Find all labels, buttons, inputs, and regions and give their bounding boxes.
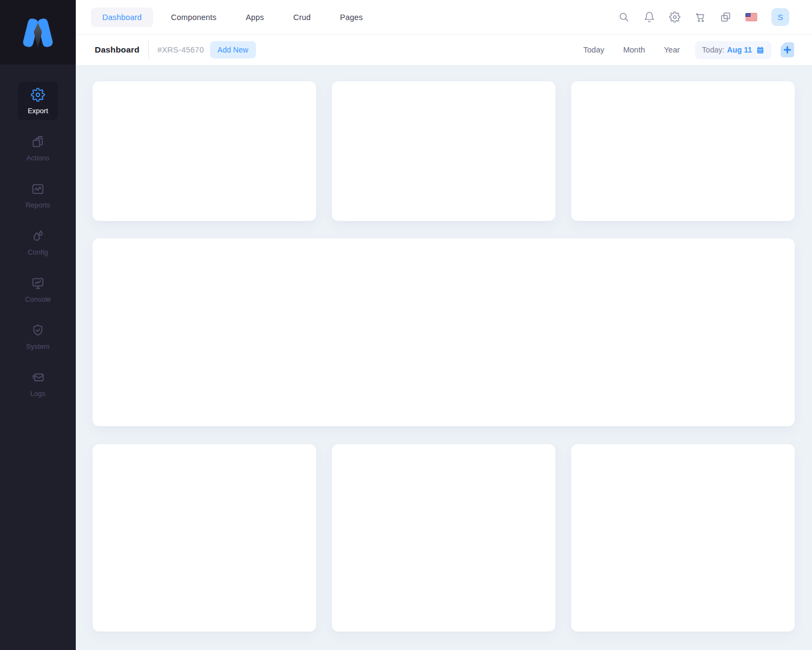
gear-icon bbox=[31, 88, 45, 102]
subheader-right: Today Month Year Today: Aug 11 bbox=[565, 41, 795, 59]
card-row-3 bbox=[93, 444, 795, 632]
filter-year[interactable]: Year bbox=[664, 46, 680, 54]
date-prefix: Today: bbox=[702, 46, 724, 54]
sidebar-item-label: Console bbox=[25, 295, 51, 303]
shield-check-icon bbox=[31, 323, 45, 337]
card bbox=[571, 444, 795, 632]
sidebar-item-label: Actions bbox=[27, 154, 50, 162]
subheader: Dashboard #XRS-45670 Add New Today Month… bbox=[76, 35, 812, 65]
sidebar-item-label: Export bbox=[28, 107, 48, 115]
subheader-left: Dashboard #XRS-45670 Add New bbox=[95, 41, 256, 59]
divider bbox=[148, 41, 149, 59]
sidebar-item-logs[interactable]: Logs bbox=[18, 365, 58, 403]
filter-month[interactable]: Month bbox=[623, 46, 645, 54]
droplets-icon bbox=[31, 229, 45, 243]
cart-icon[interactable] bbox=[695, 11, 706, 23]
bell-icon[interactable] bbox=[644, 11, 655, 23]
send-mail-icon bbox=[31, 370, 45, 385]
sidebar-item-label: Reports bbox=[25, 201, 50, 209]
topbar-actions: S bbox=[618, 8, 789, 26]
tab-crud[interactable]: Crud bbox=[282, 8, 322, 27]
sidebar: Export Actions Reports Config bbox=[0, 0, 76, 650]
content-area bbox=[76, 65, 812, 650]
sidebar-item-label: System bbox=[26, 342, 49, 350]
filter-today[interactable]: Today bbox=[584, 46, 605, 54]
card-row-1 bbox=[93, 81, 795, 221]
card bbox=[571, 81, 795, 221]
logo-container[interactable] bbox=[0, 0, 76, 64]
page-title: Dashboard bbox=[95, 45, 140, 55]
tab-dashboard[interactable]: Dashboard bbox=[91, 8, 153, 27]
new-file-plus-icon bbox=[780, 42, 795, 58]
main-column: Dashboard Components Apps Crud Pages bbox=[76, 0, 812, 650]
add-new-button[interactable]: Add New bbox=[210, 41, 256, 58]
card-wide bbox=[93, 238, 795, 426]
monitor-chart-icon bbox=[31, 276, 45, 290]
card bbox=[332, 81, 555, 221]
us-flag-icon[interactable] bbox=[745, 13, 757, 21]
card-row-2 bbox=[93, 238, 795, 426]
card bbox=[93, 81, 316, 221]
card bbox=[93, 444, 316, 632]
reference-code: #XRS-45670 bbox=[158, 46, 204, 54]
gear-icon[interactable] bbox=[669, 11, 680, 23]
sidebar-item-console[interactable]: Console bbox=[18, 270, 58, 309]
card bbox=[332, 444, 555, 632]
app-logo-icon bbox=[17, 16, 59, 49]
tab-components[interactable]: Components bbox=[160, 8, 228, 27]
copy-stack-icon bbox=[31, 135, 45, 149]
copy-windows-icon[interactable] bbox=[720, 11, 731, 23]
avatar[interactable]: S bbox=[771, 8, 789, 26]
chart-box-icon bbox=[31, 182, 45, 196]
date-value: Aug 11 bbox=[727, 46, 752, 54]
sidebar-item-config[interactable]: Config bbox=[18, 223, 58, 262]
topbar: Dashboard Components Apps Crud Pages bbox=[76, 0, 812, 35]
sidebar-item-label: Config bbox=[28, 248, 48, 256]
sidebar-item-label: Logs bbox=[30, 389, 45, 398]
sidebar-item-reports[interactable]: Reports bbox=[18, 176, 58, 214]
calendar-icon bbox=[756, 46, 764, 54]
sidebar-nav: Export Actions Reports Config bbox=[0, 64, 76, 412]
tab-apps[interactable]: Apps bbox=[234, 8, 276, 27]
top-nav: Dashboard Components Apps Crud Pages bbox=[91, 8, 374, 27]
new-file-button[interactable] bbox=[780, 42, 795, 58]
sidebar-item-export[interactable]: Export bbox=[18, 82, 58, 120]
tab-pages[interactable]: Pages bbox=[329, 8, 374, 27]
sidebar-item-actions[interactable]: Actions bbox=[18, 129, 58, 167]
sidebar-item-system[interactable]: System bbox=[18, 317, 58, 356]
search-icon[interactable] bbox=[618, 11, 630, 23]
date-picker-button[interactable]: Today: Aug 11 bbox=[695, 41, 771, 59]
